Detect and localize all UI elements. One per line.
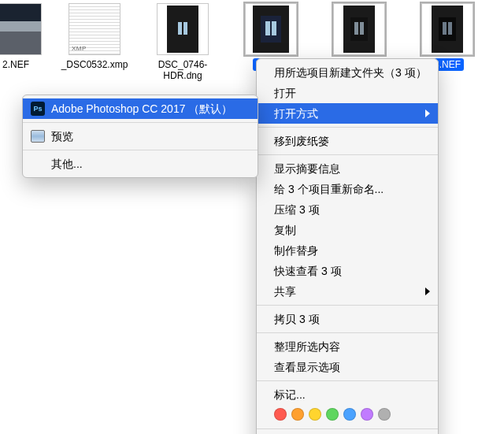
tag-dot-orange[interactable]	[291, 408, 304, 421]
menu-item-label: 移到废纸篓	[274, 135, 329, 147]
menu-item-rename[interactable]: 给 3 个项目重新命名...	[257, 179, 438, 199]
file-thumbnail	[421, 3, 473, 55]
menu-item-label: Adobe Photoshop CC 2017 （默认）	[51, 102, 232, 115]
tag-dot-gray[interactable]	[378, 408, 391, 421]
menu-item-label: 压缩 3 项	[274, 203, 320, 216]
menu-separator	[257, 428, 438, 429]
file-thumbnail	[245, 3, 297, 55]
context-menu: 用所选项目新建文件夹（3 项） 打开 打开方式 移到废纸篓 显示摘要信息 给 3…	[256, 58, 439, 434]
menu-item-quick-look[interactable]: 快速查看 3 项	[257, 261, 438, 281]
menu-item-label: 复制	[274, 224, 296, 236]
submenu-item-preview[interactable]: 预览	[23, 126, 258, 147]
menu-item-open[interactable]: 打开	[257, 83, 438, 103]
file-item[interactable]: DSC_0746- HDR.dng	[143, 3, 222, 82]
file-thumbnail	[157, 3, 209, 55]
open-with-submenu: Ps Adobe Photoshop CC 2017 （默认） 预览 其他...	[22, 95, 258, 178]
menu-item-label: 打开	[274, 87, 296, 99]
window-icon	[174, 17, 191, 41]
file-thumbnail	[0, 3, 42, 55]
menu-item-label: 预览	[51, 130, 73, 143]
menu-separator	[23, 150, 258, 150]
window-icon	[261, 16, 281, 43]
menu-separator	[257, 380, 438, 381]
menu-item-tags[interactable]: 标记...	[257, 384, 438, 405]
file-name-label: 2.NEF	[0, 58, 32, 71]
menu-item-label: 打开方式	[274, 107, 318, 120]
file-name-label: _DSC0532.xmp	[58, 58, 132, 71]
menu-item-label: 共享	[274, 285, 296, 298]
window-icon	[350, 17, 368, 41]
submenu-item-other[interactable]: 其他...	[23, 154, 258, 174]
preview-app-icon	[31, 129, 45, 143]
file-thumbnail	[333, 3, 385, 55]
menu-item-share[interactable]: 共享	[257, 281, 438, 302]
menu-separator	[257, 305, 438, 306]
menu-separator	[257, 332, 438, 333]
menu-item-open-with[interactable]: 打开方式	[257, 103, 438, 124]
menu-item-clean-up-selection[interactable]: 整理所选内容	[257, 336, 438, 357]
chevron-right-icon	[425, 109, 430, 117]
submenu-item-photoshop[interactable]: Ps Adobe Photoshop CC 2017 （默认）	[23, 98, 258, 119]
menu-separator	[257, 127, 438, 128]
menu-item-copy[interactable]: 拷贝 3 项	[257, 309, 438, 329]
menu-item-label: 快速查看 3 项	[274, 265, 342, 277]
menu-item-label: 用所选项目新建文件夹（3 项）	[274, 66, 427, 79]
menu-item-show-view-options[interactable]: 查看显示选项	[257, 357, 438, 377]
window-icon	[439, 17, 456, 41]
menu-item-label: 查看显示选项	[274, 361, 340, 373]
tag-color-row	[257, 405, 438, 425]
menu-item-label: 整理所选内容	[274, 340, 340, 353]
file-item[interactable]: 2.NEF	[0, 3, 55, 71]
menu-item-label: 拷贝 3 项	[274, 313, 320, 325]
menu-item-duplicate[interactable]: 复制	[257, 220, 438, 240]
file-thumbnail	[69, 3, 120, 55]
tag-dot-red[interactable]	[274, 408, 287, 421]
menu-item-compress[interactable]: 压缩 3 项	[257, 199, 438, 220]
tag-dot-green[interactable]	[326, 408, 339, 421]
menu-separator	[23, 122, 258, 123]
menu-item-move-to-trash[interactable]: 移到废纸篓	[257, 131, 438, 151]
menu-item-make-alias[interactable]: 制作替身	[257, 240, 438, 261]
tag-dot-blue[interactable]	[343, 408, 356, 421]
chevron-right-icon	[425, 287, 430, 295]
menu-item-label: 给 3 个项目重新命名...	[274, 183, 384, 195]
menu-separator	[257, 154, 438, 155]
file-item[interactable]: _DSC0532.xmp	[55, 3, 134, 71]
photoshop-icon: Ps	[31, 102, 45, 116]
menu-item-label: 显示摘要信息	[274, 162, 340, 175]
menu-item-new-folder-with-selection[interactable]: 用所选项目新建文件夹（3 项）	[257, 62, 438, 83]
file-name-label: DSC_0746- HDR.dng	[155, 58, 211, 82]
tag-dot-purple[interactable]	[361, 408, 373, 421]
menu-item-label: 制作替身	[274, 244, 318, 257]
menu-item-label: 其他...	[51, 158, 83, 170]
menu-item-show-summary[interactable]: 显示摘要信息	[257, 158, 438, 179]
menu-item-label: 标记...	[274, 388, 306, 401]
tag-dot-yellow[interactable]	[309, 408, 321, 421]
